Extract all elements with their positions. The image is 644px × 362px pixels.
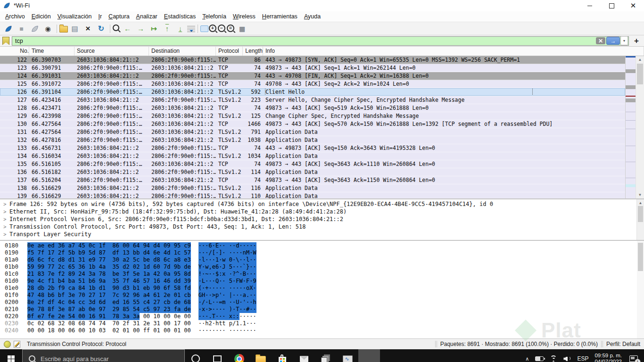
tray-chevron-up-icon[interactable]: ∧: [525, 356, 529, 362]
packet-row[interactable]: 13266.4278162806:2f0:90e0:f115:…2603:103…: [0, 136, 625, 144]
menu-edicion[interactable]: Edición: [28, 12, 54, 21]
start-button[interactable]: [0, 349, 22, 362]
menu-ir[interactable]: Ir: [95, 12, 105, 21]
display-filter-input[interactable]: [15, 38, 596, 44]
taskbar-mail-button[interactable]: [293, 349, 315, 362]
taskbar-microsoft-store-button[interactable]: [272, 349, 293, 362]
hex-row[interactable]: 02200f e7 fe 2e 54 00 16 91 78 3a 3a 00 …: [5, 313, 644, 320]
packet-row[interactable]: 12766.4234162603:1036:804:21::22806:2f0:…: [0, 96, 625, 104]
menu-captura[interactable]: Captura: [105, 12, 132, 21]
menu-analizar[interactable]: Analizar: [133, 12, 161, 21]
resize-columns-button[interactable]: ▦: [236, 23, 248, 34]
scroll-up-icon[interactable]: ▲: [636, 56, 644, 63]
restart-capture-button[interactable]: [28, 23, 41, 34]
hex-row[interactable]: 01a0d6 6c fc d8 d1 31 e9 77 30 a2 5c be …: [5, 256, 644, 263]
save-capture-file-button[interactable]: ▤: [68, 23, 81, 34]
start-capture-button[interactable]: [2, 23, 15, 34]
details-scroll-up-icon[interactable]: ▲: [637, 199, 644, 206]
menu-visualizacion[interactable]: Visualización: [54, 12, 95, 21]
filter-clear-icon[interactable]: ✕: [596, 37, 605, 44]
bytes-scrollbar[interactable]: [637, 241, 644, 338]
packet-row[interactable]: 13466.5160342603:1036:804:21::22806:2f0:…: [0, 152, 625, 160]
details-scrollbar[interactable]: ▲: [636, 199, 644, 240]
filter-dropdown-chevron-icon[interactable]: ▼: [620, 36, 628, 45]
go-first-packet-button[interactable]: ↑: [161, 23, 173, 34]
filter-bookmark-icon[interactable]: [2, 37, 9, 45]
volume-icon[interactable]: [563, 356, 571, 362]
taskbar-search-box[interactable]: Escribe aquí para buscar: [22, 349, 185, 362]
menu-herramientas[interactable]: Herramientas: [259, 12, 301, 21]
hex-row[interactable]: 01d09e 4c f1 b4 ba 51 b6 9a 35 7f 46 57 …: [5, 278, 644, 285]
action-center-button[interactable]: 1: [628, 354, 639, 362]
column-header-protocol[interactable]: Protocol: [216, 47, 243, 56]
packet-row[interactable]: 12666.3911042806:2f0:90e0:f115:…2603:103…: [0, 88, 625, 96]
expand-chevron-icon[interactable]: >: [0, 208, 9, 215]
stop-capture-button[interactable]: ■: [15, 23, 28, 34]
expand-chevron-icon[interactable]: >: [0, 200, 9, 208]
packet-row[interactable]: 13166.4275642806:2f0:90e0:f115:…2603:103…: [0, 128, 625, 136]
taskbar-task-view-button[interactable]: [206, 349, 228, 362]
zoom-original-button[interactable]: =: [227, 25, 234, 32]
expand-chevron-icon[interactable]: >: [0, 215, 9, 223]
capture-options-button[interactable]: ◉: [41, 23, 54, 34]
packet-row[interactable]: 13766.5162042806:2f0:90e0:f115:…2603:103…: [0, 176, 625, 184]
packet-list-scrollbar[interactable]: ▲ ▼: [636, 56, 644, 198]
expand-chevron-icon[interactable]: >: [0, 223, 9, 230]
wifi-icon[interactable]: [550, 356, 557, 362]
go-to-packet-button[interactable]: ↦: [148, 23, 160, 34]
packet-row[interactable]: 12566.3910722806:2f0:90e0:f115:…2603:103…: [0, 80, 625, 88]
battery-icon[interactable]: [535, 356, 544, 361]
maximize-button[interactable]: [601, 0, 622, 11]
packet-row[interactable]: 12966.4239982806:2f0:90e0:f115:…2603:103…: [0, 112, 625, 120]
column-header-no[interactable]: No.: [0, 47, 29, 56]
column-header-destination[interactable]: Destination: [149, 47, 216, 56]
column-header-time[interactable]: Time: [29, 47, 74, 56]
minimize-button[interactable]: [579, 0, 601, 11]
colorize-toggle-button[interactable]: [200, 25, 208, 32]
auto-scroll-toggle-button[interactable]: [187, 25, 195, 32]
column-header-info[interactable]: Info: [263, 47, 644, 56]
detail-line[interactable]: >Ethernet II, Src: HonHaiPr_99:75:bd (18…: [0, 208, 644, 215]
menu-estadisticas[interactable]: Estadísticas: [161, 12, 199, 21]
detail-line[interactable]: >Transport Layer Security: [0, 230, 644, 238]
filter-apply-icon[interactable]: →: [606, 37, 620, 45]
menu-wireless[interactable]: Wireless: [230, 12, 259, 21]
menu-ayuda[interactable]: Ayuda: [301, 12, 324, 21]
close-button[interactable]: ✕: [622, 0, 644, 11]
taskbar-network-monitor-button[interactable]: [337, 349, 358, 362]
hex-row[interactable]: 024000 00 18 00 06 00 10 03 02 01 00 ff …: [5, 327, 644, 334]
packet-row[interactable]: 12366.3907912806:2f0:90e0:f115:…2603:103…: [0, 64, 625, 72]
hex-row[interactable]: 02109e 78 8f 3e 87 ab 0e 97 29 85 54 c5 …: [5, 306, 644, 313]
go-back-button[interactable]: ←: [121, 23, 134, 34]
go-forward-button[interactable]: →: [134, 23, 147, 34]
menu-telefonia[interactable]: Telefonía: [199, 12, 230, 21]
column-header-source[interactable]: Source: [74, 47, 149, 56]
hex-row[interactable]: 01f047 48 b6 bf 3e 70 27 17 7c 92 96 a4 …: [5, 292, 644, 299]
reload-capture-file-button[interactable]: ↻: [95, 23, 107, 34]
detail-line[interactable]: >Transmission Control Protocol, Src Port…: [0, 223, 644, 230]
hex-row[interactable]: 01e028 db 2b f9 ca 84 1b d1 90 d3 b1 eb …: [5, 285, 644, 292]
taskbar-chrome-button[interactable]: [228, 349, 250, 362]
hex-row[interactable]: 02008e 2f df 4c 04 cc 3d 6d ed 16 55 c4 …: [5, 299, 644, 306]
scroll-down-icon[interactable]: ▼: [636, 191, 644, 198]
packet-row[interactable]: 13966.5166292603:1036:804:21::22806:2f0:…: [0, 192, 625, 198]
close-capture-file-button[interactable]: ×: [82, 23, 94, 34]
hex-row[interactable]: 0190f5 7f 17 2f 5b b9 5d 87 df 13 bb d4 …: [5, 249, 644, 256]
packet-minimap[interactable]: [625, 56, 636, 198]
open-capture-file-button[interactable]: [59, 26, 68, 33]
hex-row[interactable]: 02300c 02 68 32 08 68 74 74 70 2f 31 2e …: [5, 320, 644, 327]
taskbar-file-explorer-button[interactable]: [250, 349, 272, 362]
hex-row[interactable]: 01800e ae ed 36 a7 45 0c 1f 86 00 64 94 …: [5, 242, 644, 249]
packet-row[interactable]: 13866.5166292603:1036:804:21::22806:2f0:…: [0, 184, 625, 192]
scrollbar-thumb[interactable]: [637, 64, 643, 84]
detail-line[interactable]: >Frame 126: 592 bytes on wire (4736 bits…: [0, 200, 644, 208]
go-last-packet-button[interactable]: ↓: [174, 23, 187, 34]
packet-row[interactable]: 13066.4275642806:2f0:90e0:f115:…2603:103…: [0, 120, 625, 128]
packet-row[interactable]: 13366.4567312603:1036:804:21::22806:2f0:…: [0, 144, 625, 152]
hex-row[interactable]: 01b059 99 77 2c 65 36 1b 4a 35 d2 02 1d …: [5, 263, 644, 271]
find-packet-button[interactable]: [113, 25, 119, 31]
zoom-in-button[interactable]: +: [209, 25, 216, 32]
filter-add-button[interactable]: +: [631, 37, 642, 45]
packet-row[interactable]: 12266.3907032603:1036:804:21::22806:2f0:…: [0, 56, 625, 64]
status-profile[interactable]: Perfil: Default: [606, 341, 640, 347]
